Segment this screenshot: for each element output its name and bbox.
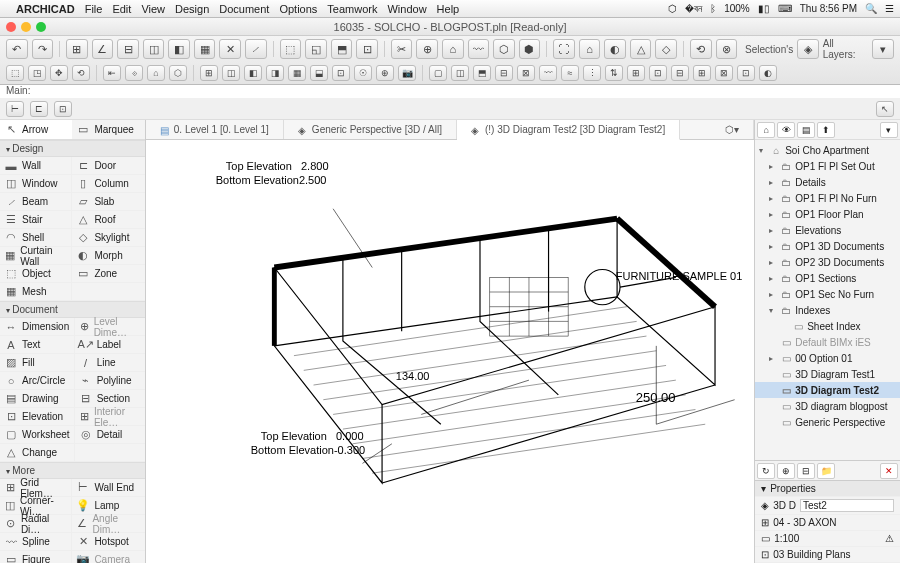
nav-item-3d-diagram-test2[interactable]: ▭3D Diagram Test2: [755, 382, 900, 398]
tool-mesh[interactable]: ▦Mesh: [0, 283, 72, 301]
tb-btn[interactable]: ⬡: [493, 39, 515, 59]
nav-item-details[interactable]: ▸🗀Details: [755, 174, 900, 190]
tb-btn[interactable]: 📷: [398, 65, 416, 81]
tb-btn[interactable]: ◧: [168, 39, 190, 59]
tb-btn[interactable]: ▦: [194, 39, 216, 59]
nav-item-00-option-01[interactable]: ▸▭00 Option 01: [755, 350, 900, 366]
tb-btn[interactable]: ⬚: [280, 39, 302, 59]
tb-btn[interactable]: ⊡: [332, 65, 350, 81]
menu-document[interactable]: Document: [219, 3, 269, 15]
tool-level-dime-[interactable]: ⊕Level Dime…: [75, 318, 145, 336]
tab-overflow[interactable]: ⬡▾: [711, 120, 754, 139]
tb-btn[interactable]: ≈: [561, 65, 579, 81]
tool-polyline[interactable]: ⌁Polyline: [75, 372, 145, 390]
tb-btn[interactable]: ⇤: [103, 65, 121, 81]
drawing-canvas[interactable]: Top Elevation 2.800 Bottom Elevation2.50…: [146, 140, 754, 563]
tb-btn[interactable]: ⬢: [519, 39, 541, 59]
tool-zone[interactable]: ▭Zone: [72, 265, 144, 283]
tb-btn[interactable]: ◐: [604, 39, 626, 59]
tb-btn[interactable]: ⌂: [147, 65, 165, 81]
geometry-method-2[interactable]: ⊏: [30, 101, 48, 117]
tab-level1[interactable]: ▤0. Level 1 [0. Level 1]: [146, 120, 284, 139]
tb-btn[interactable]: ⊞: [693, 65, 711, 81]
tool-spline[interactable]: 〰Spline: [0, 533, 72, 551]
selections-dropdown[interactable]: ◈: [797, 39, 819, 59]
nav-root[interactable]: ▾⌂Soi Cho Apartment: [755, 142, 900, 158]
tool-elevation[interactable]: ⊡Elevation: [0, 408, 75, 426]
tb-btn[interactable]: ⊟: [671, 65, 689, 81]
nav-tb-menu[interactable]: ▾: [880, 122, 898, 138]
tb-btn[interactable]: ⊟: [495, 65, 513, 81]
props-scale[interactable]: 1:100: [774, 533, 799, 544]
nav-tb-view[interactable]: 👁: [777, 122, 795, 138]
nav-item-elevations[interactable]: ▸🗀Elevations: [755, 222, 900, 238]
tool-curtain-wall[interactable]: ▦Curtain Wall: [0, 247, 72, 265]
tool-arc-circle[interactable]: ○Arc/Circle: [0, 372, 75, 390]
nav-item-op1-fl-pl-set-out[interactable]: ▸🗀OP1 Fl Pl Set Out: [755, 158, 900, 174]
tb-btn[interactable]: ✂: [391, 39, 413, 59]
nav-tb-publisher[interactable]: ⬆: [817, 122, 835, 138]
tb-btn[interactable]: ⌂: [579, 39, 601, 59]
tool-morph[interactable]: ◐Morph: [72, 247, 144, 265]
tool-fill[interactable]: ▨Fill: [0, 354, 75, 372]
tb-btn[interactable]: ⊡: [649, 65, 667, 81]
props-id-input[interactable]: Test2: [800, 499, 894, 512]
tool-worksheet[interactable]: ▢Worksheet: [0, 426, 75, 444]
battery-icon[interactable]: ▮▯: [758, 3, 770, 14]
tb-btn[interactable]: ✕: [219, 39, 241, 59]
tb-btn[interactable]: ✥: [50, 65, 68, 81]
menu-window[interactable]: Window: [387, 3, 426, 15]
nav-item-generic-perspective[interactable]: ▭Generic Perspective: [755, 414, 900, 430]
menu-design[interactable]: Design: [175, 3, 209, 15]
tb-btn[interactable]: ◳: [28, 65, 46, 81]
tb-btn[interactable]: ⬡: [169, 65, 187, 81]
wifi-icon[interactable]: �বন: [685, 3, 702, 15]
tb-btn[interactable]: ◫: [451, 65, 469, 81]
tool-line[interactable]: /Line: [75, 354, 145, 372]
tool-column[interactable]: ▯Column: [72, 175, 144, 193]
tb-btn[interactable]: △: [630, 39, 652, 59]
nav-item-3d-diagram-test1[interactable]: ▭3D Diagram Test1: [755, 366, 900, 382]
nav-action-2[interactable]: ⊕: [777, 463, 795, 479]
tool-wall-end[interactable]: ⊢Wall End: [72, 479, 144, 497]
tb-btn[interactable]: ⊠: [715, 65, 733, 81]
nav-tb-layout[interactable]: ▤: [797, 122, 815, 138]
tb-btn[interactable]: ⊗: [716, 39, 738, 59]
tool-stair[interactable]: ☰Stair: [0, 211, 72, 229]
tool-camera[interactable]: 📷Camera: [72, 551, 144, 563]
tb-btn[interactable]: ◇: [655, 39, 677, 59]
nav-action-1[interactable]: ↻: [757, 463, 775, 479]
tool-text[interactable]: AText: [0, 336, 75, 354]
menu-edit[interactable]: Edit: [112, 3, 131, 15]
tab-perspective[interactable]: ◈Generic Perspective [3D / All]: [284, 120, 457, 139]
props-view[interactable]: 04 - 3D AXON: [773, 517, 836, 528]
tb-btn[interactable]: ⊕: [416, 39, 438, 59]
props-plan[interactable]: 03 Building Plans: [773, 549, 850, 560]
nav-item-op1-fl-pl-no-furn[interactable]: ▸🗀OP1 Fl Pl No Furn: [755, 190, 900, 206]
tb-btn[interactable]: ⛶: [553, 39, 575, 59]
spotlight-icon[interactable]: 🔍: [865, 3, 877, 14]
tb-btn[interactable]: ⊡: [737, 65, 755, 81]
tb-btn[interactable]: ⊞: [200, 65, 218, 81]
tb-btn[interactable]: ⊡: [356, 39, 378, 59]
layers-dropdown[interactable]: ▾: [872, 39, 894, 59]
tool-slab[interactable]: ▱Slab: [72, 193, 144, 211]
tb-btn[interactable]: ☉: [354, 65, 372, 81]
zoom-button[interactable]: [36, 22, 46, 32]
tb-btn[interactable]: ⋮: [583, 65, 601, 81]
nav-item-op1-sections[interactable]: ▸🗀OP1 Sections: [755, 270, 900, 286]
tb-btn[interactable]: ⊟: [117, 39, 139, 59]
tool-change[interactable]: △Change: [0, 444, 75, 462]
tb-btn[interactable]: ∠: [92, 39, 114, 59]
cursor-btn[interactable]: ↖: [876, 101, 894, 117]
tb-redo[interactable]: ↷: [32, 39, 54, 59]
tb-btn[interactable]: ◧: [244, 65, 262, 81]
tool-marquee[interactable]: ▭Marquee: [72, 120, 144, 139]
tool-radial-di-[interactable]: ⊙Radial Di…: [0, 515, 72, 533]
tool-window[interactable]: ◫Window: [0, 175, 72, 193]
tb-btn[interactable]: ⊕: [376, 65, 394, 81]
tb-btn[interactable]: ⟲: [690, 39, 712, 59]
tb-btn[interactable]: ⟐: [125, 65, 143, 81]
tool-angle-dim-[interactable]: ∠Angle Dim…: [72, 515, 144, 533]
tool-dimension[interactable]: ↔Dimension: [0, 318, 75, 336]
